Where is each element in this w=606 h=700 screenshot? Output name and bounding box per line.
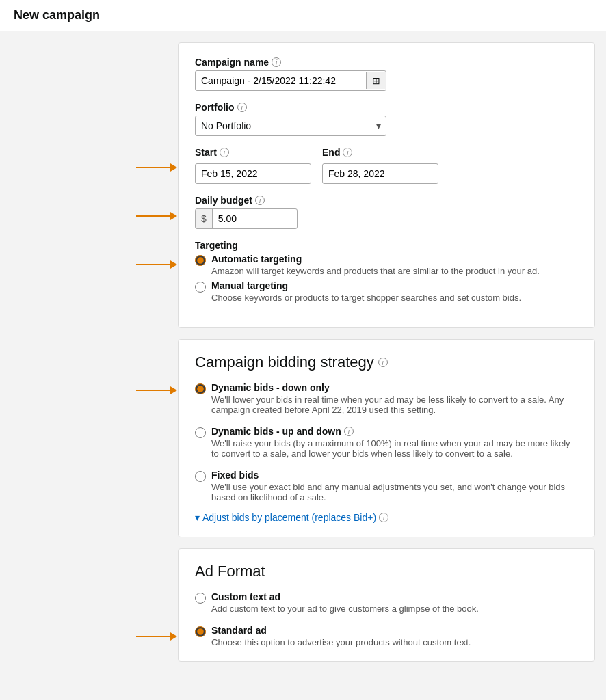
targeting-automatic-content: Automatic targeting Amazon will target k… <box>211 254 540 276</box>
end-date-input[interactable] <box>322 163 438 184</box>
bidding-fixed-item: Fixed bids We'll use your exact bid and … <box>195 470 578 502</box>
ad-format-custom-item: Custom text ad Add custom text to your a… <box>195 591 578 614</box>
daily-budget-label: Daily budget i <box>195 195 578 206</box>
targeting-automatic-desc: Amazon will target keywords and products… <box>211 266 540 276</box>
bidding-dynamic-down-desc: We'll lower your bids in real time when … <box>211 394 578 415</box>
daily-budget-info-icon[interactable]: i <box>255 196 265 205</box>
targeting-manual-desc: Choose keywords or products to target sh… <box>211 293 521 303</box>
arrow-head <box>170 212 177 220</box>
ad-format-title: Ad Format <box>195 563 578 580</box>
campaign-name-info-icon[interactable]: i <box>272 57 281 67</box>
daily-budget-input[interactable] <box>213 209 281 228</box>
date-row: Start i End i <box>195 147 578 184</box>
targeting-field: Targeting Automatic targeting Amazon wil… <box>195 240 578 303</box>
campaign-settings-card: Campaign name i ⊞ Portfolio i No Portfol… <box>178 42 595 328</box>
arrow-line <box>136 215 170 217</box>
bidding-dynamic-updown-info-icon[interactable]: i <box>344 427 354 436</box>
date-fields: Start i End i <box>195 147 578 184</box>
adjust-bids-info-icon[interactable]: i <box>379 513 388 522</box>
ad-format-card: Ad Format Custom text ad Add custom text… <box>178 548 595 662</box>
ad-format-standard-radio[interactable] <box>195 626 206 637</box>
arrow-head <box>170 632 177 641</box>
adjust-bids-link[interactable]: ▾ Adjust bids by placement (replaces Bid… <box>195 512 578 523</box>
start-date-field: Start i <box>195 147 311 184</box>
end-date-field: End i <box>322 147 438 184</box>
targeting-automatic-label: Automatic targeting <box>211 254 540 265</box>
bidding-dynamic-down-content: Dynamic bids - down only We'll lower you… <box>211 382 578 415</box>
arrow-line <box>136 264 170 265</box>
page-title: New campaign <box>14 8 100 22</box>
bidding-dynamic-down-radio[interactable] <box>195 383 206 394</box>
budget-prefix: $ <box>196 209 213 228</box>
arrow-bidding <box>136 386 177 394</box>
targeting-manual-content: Manual targeting Choose keywords or prod… <box>211 280 521 303</box>
bidding-fixed-content: Fixed bids We'll use your exact bid and … <box>211 470 578 502</box>
page-layout: Campaign name i ⊞ Portfolio i No Portfol… <box>0 31 606 695</box>
bidding-fixed-radio[interactable] <box>195 471 206 482</box>
ad-format-custom-content: Custom text ad Add custom text to your a… <box>211 591 479 614</box>
campaign-name-input-wrapper: ⊞ <box>195 70 386 91</box>
main-content: Campaign name i ⊞ Portfolio i No Portfol… <box>178 31 606 695</box>
campaign-name-calendar-button[interactable]: ⊞ <box>366 72 386 89</box>
targeting-radio-group: Automatic targeting Amazon will target k… <box>195 254 578 303</box>
ad-format-custom-radio[interactable] <box>195 593 206 604</box>
arrow-line <box>136 390 170 391</box>
budget-input-wrapper: $ <box>195 208 298 229</box>
targeting-manual-radio[interactable] <box>195 282 206 293</box>
portfolio-field: Portfolio i No Portfolio <box>195 102 578 136</box>
targeting-manual-item: Manual targeting Choose keywords or prod… <box>195 280 578 303</box>
bidding-dynamic-updown-desc: We'll raise your bids (by a maximum of 1… <box>211 438 578 459</box>
arrow-start-date <box>136 163 177 172</box>
bidding-fixed-label: Fixed bids <box>211 470 578 481</box>
targeting-manual-label: Manual targeting <box>211 280 521 291</box>
page-header: New campaign <box>0 0 606 31</box>
bidding-dynamic-down-label: Dynamic bids - down only <box>211 382 578 393</box>
ad-format-standard-desc: Choose this option to advertise your pro… <box>211 637 471 647</box>
bidding-dynamic-updown-content: Dynamic bids - up and down i We'll raise… <box>211 426 578 459</box>
bidding-radio-group: Dynamic bids - down only We'll lower you… <box>195 382 578 502</box>
end-date-label: End i <box>322 147 438 158</box>
portfolio-select[interactable]: No Portfolio <box>195 116 386 136</box>
ad-format-standard-item: Standard ad Choose this option to advert… <box>195 625 578 647</box>
portfolio-info-icon[interactable]: i <box>237 103 247 112</box>
arrow-line <box>136 636 170 637</box>
ad-format-custom-desc: Add custom text to your ad to give custo… <box>211 604 479 614</box>
daily-budget-field: Daily budget i $ <box>195 195 578 229</box>
arrow-head <box>170 163 177 172</box>
adjust-bids-row: ▾ Adjust bids by placement (replaces Bid… <box>195 512 578 523</box>
start-date-info-icon[interactable]: i <box>220 148 229 157</box>
ad-format-standard-label: Standard ad <box>211 625 471 636</box>
bidding-strategy-info-icon[interactable]: i <box>378 358 388 367</box>
targeting-automatic-radio[interactable] <box>195 255 206 266</box>
arrow-targeting <box>136 260 177 269</box>
ad-format-custom-label: Custom text ad <box>211 591 479 602</box>
start-date-label: Start i <box>195 147 311 158</box>
targeting-automatic-item: Automatic targeting Amazon will target k… <box>195 254 578 276</box>
arrow-budget <box>136 212 177 220</box>
campaign-name-field: Campaign name i ⊞ <box>195 57 578 91</box>
end-date-info-icon[interactable]: i <box>343 148 352 157</box>
campaign-name-label: Campaign name i <box>195 57 578 68</box>
targeting-label: Targeting <box>195 240 578 251</box>
bidding-dynamic-updown-label: Dynamic bids - up and down i <box>211 426 578 437</box>
bidding-fixed-desc: We'll use your exact bid and any manual … <box>211 482 578 502</box>
start-date-input[interactable] <box>195 163 311 184</box>
campaign-name-input[interactable] <box>196 71 366 90</box>
arrow-head <box>170 386 177 394</box>
bidding-dynamic-down-item: Dynamic bids - down only We'll lower you… <box>195 382 578 415</box>
ad-format-radio-group: Custom text ad Add custom text to your a… <box>195 591 578 647</box>
bidding-dynamic-updown-radio[interactable] <box>195 427 206 438</box>
ad-format-standard-content: Standard ad Choose this option to advert… <box>211 625 471 647</box>
sidebar <box>0 31 178 695</box>
bidding-strategy-title: Campaign bidding strategy i <box>195 353 578 371</box>
bidding-strategy-card: Campaign bidding strategy i Dynamic bids… <box>178 339 595 537</box>
arrow-standard-ad <box>136 632 177 641</box>
arrow-line <box>136 167 170 168</box>
portfolio-label: Portfolio i <box>195 102 578 113</box>
portfolio-select-wrapper: No Portfolio <box>195 116 386 136</box>
bidding-dynamic-updown-item: Dynamic bids - up and down i We'll raise… <box>195 426 578 459</box>
arrow-head <box>170 260 177 269</box>
